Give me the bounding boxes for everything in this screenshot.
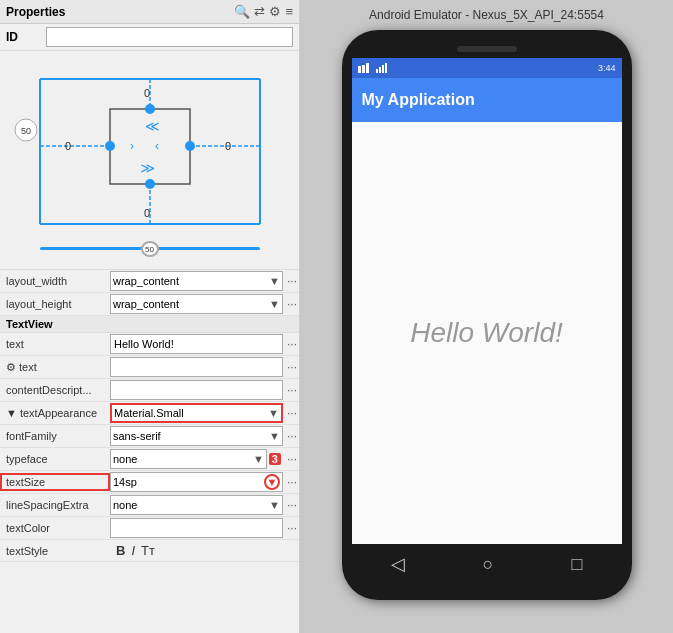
content-desc-label: contentDescript... [0,384,110,396]
svg-rect-27 [379,67,381,73]
settings-icon[interactable]: ⚙ [269,4,281,19]
svg-text:0: 0 [64,140,70,152]
text-appearance-value: Material.Small ▼ ··· [110,403,299,423]
content-desc-more[interactable]: ··· [285,383,299,397]
header-icons: 🔍 ⇄ ⚙ ≡ [234,4,293,19]
text-size-dropdown[interactable]: 14sp ▼ [110,472,283,492]
layout-height-dropdown[interactable]: wrap_content ▼ [110,294,283,314]
properties-panel: Properties 🔍 ⇄ ⚙ ≡ Gradle ID [0,0,300,633]
font-family-dropdown[interactable]: sans-serif ▼ [110,426,283,446]
emulator-title: Android Emulator - Nexus_5X_API_24:5554 [369,8,604,22]
layout-width-row: layout_width wrap_content ▼ ··· [0,270,299,293]
id-label: ID [6,30,46,44]
chevron-down-icon: ▼ [269,430,280,442]
typeface-value: none ▼ 3 ··· [110,449,299,469]
menu-icon[interactable]: ≡ [285,4,293,19]
text-row: text ··· [0,333,299,356]
home-nav-icon[interactable]: ○ [483,554,494,575]
text-input[interactable] [110,334,283,354]
svg-rect-26 [376,69,378,73]
svg-text:0: 0 [224,140,230,152]
phone-nav-bar: ◁ ○ □ [352,544,622,584]
phone-status-bar: 3:44 [352,58,622,78]
layout-height-row: layout_height wrap_content ▼ ··· [0,293,299,316]
chevron-down-icon: ▼ [253,453,264,465]
svg-point-10 [185,141,195,151]
layout-height-more[interactable]: ··· [285,297,299,311]
status-icons [358,63,390,73]
badge-3: 3 [269,453,281,465]
chevron-down-icon: ▼ [269,499,280,511]
search-icon[interactable]: 🔍 [234,4,250,19]
line-spacing-more[interactable]: ··· [285,498,299,512]
bottom-slider-row: 50 [8,239,291,261]
text-style-row: textStyle B I Tт [0,540,299,562]
typeface-more[interactable]: ··· [285,452,299,466]
text-style-label: textStyle [0,545,110,557]
svg-rect-24 [362,65,365,73]
wifi-icon [358,63,372,73]
bold-button[interactable]: B [116,543,125,558]
app-name: My Application [362,91,475,109]
svg-text:›: › [130,139,134,153]
gear-text-more[interactable]: ··· [285,360,299,374]
teletype-button[interactable]: Tт [141,543,155,558]
italic-button[interactable]: I [131,543,135,558]
id-input[interactable] [46,27,293,47]
back-nav-icon[interactable]: ◁ [391,553,405,575]
sync-icon[interactable]: ⇄ [254,4,265,19]
circle-arrow-icon: ▼ [264,474,280,490]
font-family-value: sans-serif ▼ ··· [110,426,299,446]
recents-nav-icon[interactable]: □ [572,554,583,575]
constraint-svg: ≪ ≪ › ‹ 0 0 0 0 50 [10,59,290,239]
text-color-input[interactable] [110,518,283,538]
text-appearance-label: ▼ textAppearance [0,407,110,419]
svg-text:0: 0 [143,207,149,219]
content-desc-row: contentDescript... ··· [0,379,299,402]
text-size-value: 14sp ▼ ··· [110,472,299,492]
svg-point-11 [145,104,155,114]
constraint-diagram: ≪ ≪ › ‹ 0 0 0 0 50 [10,59,290,239]
layout-height-value: wrap_content ▼ ··· [110,294,299,314]
layout-height-label: layout_height [0,298,110,310]
properties-table: layout_width wrap_content ▼ ··· layout_h… [0,270,299,633]
chevron-down-icon: ▼ [269,275,280,287]
line-spacing-dropdown[interactable]: none ▼ [110,495,283,515]
gear-text-label: ⚙ text [0,361,110,374]
id-row: ID [0,24,299,51]
layout-width-dropdown[interactable]: wrap_content ▼ [110,271,283,291]
svg-rect-28 [382,65,384,73]
text-appearance-more[interactable]: ··· [285,406,299,420]
text-more[interactable]: ··· [285,337,299,351]
phone-speaker [457,46,517,52]
typeface-row: typeface none ▼ 3 ··· [0,448,299,471]
svg-text:‹: ‹ [155,139,159,153]
text-color-more[interactable]: ··· [285,521,299,535]
panel-title: Properties [6,5,65,19]
text-color-row: textColor ··· [0,517,299,540]
hello-world-text: Hello World! [410,317,562,349]
font-family-more[interactable]: ··· [285,429,299,443]
chevron-down-icon: ▼ [269,298,280,310]
text-size-more[interactable]: ··· [285,475,299,489]
text-appearance-dropdown[interactable]: Material.Small ▼ [110,403,283,423]
text-appearance-row: ▼ textAppearance Material.Small ▼ ··· [0,402,299,425]
panel-header: Properties 🔍 ⇄ ⚙ ≡ [0,0,299,24]
phone-screen: Hello World! [352,122,622,544]
font-family-label: fontFamily [0,430,110,442]
phone-device: 3:44 My Application Hello World! ◁ ○ □ [342,30,632,600]
svg-point-12 [145,179,155,189]
svg-point-9 [105,141,115,151]
status-time: 3:44 [598,63,616,73]
layout-width-more[interactable]: ··· [285,274,299,288]
text-color-label: textColor [0,522,110,534]
emulator-panel: Android Emulator - Nexus_5X_API_24:5554 … [300,0,673,633]
content-desc-input[interactable] [110,380,283,400]
svg-rect-25 [366,63,369,73]
line-spacing-row: lineSpacingExtra none ▼ ··· [0,494,299,517]
gear-text-input[interactable] [110,357,283,377]
line-spacing-label: lineSpacingExtra [0,499,110,511]
typeface-dropdown[interactable]: none ▼ [110,449,267,469]
content-desc-value: ··· [110,380,299,400]
line-spacing-value: none ▼ ··· [110,495,299,515]
